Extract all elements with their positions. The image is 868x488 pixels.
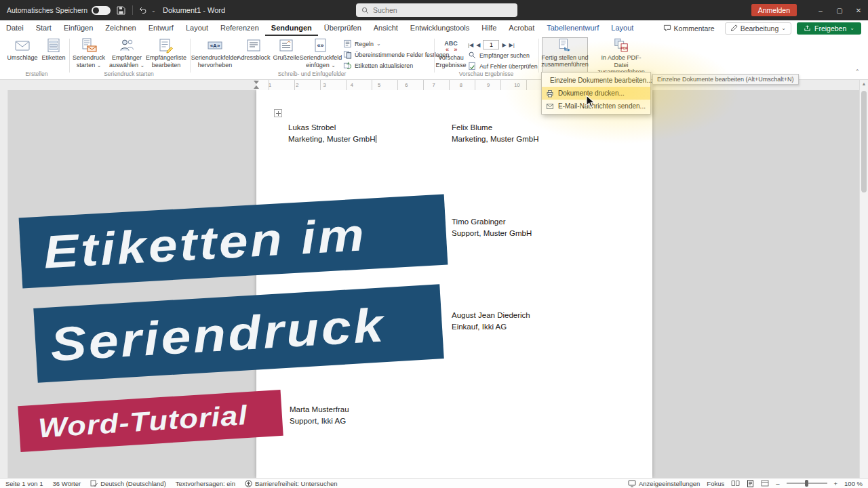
sign-in-button[interactable]: Anmelden — [751, 4, 797, 16]
table-move-handle[interactable] — [274, 109, 282, 117]
recipient-name: August Jean Diederich — [452, 310, 530, 321]
accessibility-label: Barrierefreiheit: Untersuchen — [255, 480, 337, 487]
display-settings-label: Anzeigeeinstellungen — [639, 480, 700, 487]
autosave-toggle[interactable] — [92, 6, 111, 15]
menu-item-einzelne-dokumente[interactable]: Einzelne Dokumente bearbeiten... — [542, 74, 650, 87]
tab-start[interactable]: Start — [30, 20, 58, 36]
tab-sendungen[interactable]: Sendungen — [265, 20, 318, 36]
close-button[interactable]: ✕ — [849, 0, 868, 20]
address-block-icon — [245, 37, 262, 54]
zoom-level[interactable]: 100 % — [844, 480, 863, 487]
svg-text:»: » — [454, 46, 458, 53]
print-layout-button[interactable] — [747, 480, 754, 487]
comment-icon — [663, 24, 671, 32]
etiketten-aktualisieren-button[interactable]: Etiketten aktualisieren — [343, 60, 413, 70]
empfaenger-suchen-button[interactable]: Empfänger suchen — [468, 50, 530, 60]
etiketten-label: Etiketten — [41, 54, 65, 61]
language-status[interactable]: Deutsch (Deutschland) — [90, 480, 166, 487]
document-title: Dokument1 - Word — [163, 0, 225, 20]
ruler-number: 7 — [433, 82, 435, 88]
svg-text:«A»: «A» — [210, 43, 220, 49]
maximize-button[interactable]: ▢ — [830, 0, 849, 20]
tab-acrobat[interactable]: Acrobat — [502, 20, 540, 36]
label-cell[interactable]: Marta Musterfrau Support, Ikki AG — [290, 404, 349, 427]
zoom-slider-thumb[interactable] — [805, 480, 808, 487]
first-record-button[interactable]: |◀ — [468, 42, 473, 48]
text-predictions-status[interactable]: Textvorhersagen: ein — [176, 480, 235, 487]
zoom-in-button[interactable]: + — [834, 480, 838, 487]
seriendruckfelder-hervorheben-label: Seriendruckfelder hervorheben — [191, 54, 239, 68]
read-mode-button[interactable] — [731, 480, 740, 487]
uebereinstimmende-felder-button[interactable]: Übereinstimmende Felder festlegen — [343, 49, 449, 60]
tab-referenzen[interactable]: Referenzen — [214, 20, 265, 36]
tab-hilfe[interactable]: Hilfe — [475, 20, 502, 36]
tab-tabellenentwurf[interactable]: Tabellenentwurf — [540, 20, 605, 36]
previous-record-button[interactable]: ◀ — [476, 42, 480, 48]
label-cell[interactable]: Lukas Strobel Marketing, Muster GmbH — [288, 122, 376, 145]
tab-ueberpruefen[interactable]: Überprüfen — [318, 20, 368, 36]
save-button[interactable] — [117, 0, 125, 20]
vertical-ruler[interactable] — [0, 90, 8, 478]
recipient-org-text: Marketing, Muster GmbH — [288, 135, 375, 143]
focus-mode-button[interactable]: Fokus — [707, 480, 724, 487]
indent-marker[interactable] — [254, 85, 259, 89]
accessibility-status[interactable]: Barrierefreiheit: Untersuchen — [245, 480, 337, 487]
last-record-button[interactable]: ▶| — [509, 42, 515, 48]
auf-fehler-ueberpruefen-label: Auf Fehler überprüfen — [479, 63, 538, 70]
tab-entwurf[interactable]: Entwurf — [142, 20, 180, 36]
label-cell[interactable]: August Jean Diederich Einkauf, Ikki AG — [452, 310, 530, 333]
menu-item-dokumente-drucken[interactable]: Dokumente drucken... — [542, 87, 650, 100]
zoom-out-button[interactable]: – — [776, 480, 779, 487]
document-page[interactable]: Lukas Strobel Marketing, Muster GmbH Fel… — [256, 90, 652, 478]
minimize-button[interactable]: – — [811, 0, 830, 20]
zoom-slider[interactable] — [787, 483, 827, 484]
tab-layout[interactable]: Layout — [180, 20, 214, 36]
undo-button[interactable]: ⌄ — [138, 0, 156, 20]
banner-text: Word-Tutorial — [37, 400, 249, 443]
next-record-button[interactable]: ▶ — [502, 42, 506, 48]
recipient-org: Marketing, Muster GmbH — [288, 134, 376, 145]
record-number-input[interactable] — [483, 40, 499, 49]
tab-datei[interactable]: Datei — [0, 20, 30, 36]
editing-mode-button[interactable]: Bearbeitung ⌄ — [725, 22, 791, 35]
finish-merge-icon — [556, 38, 574, 54]
update-labels-icon — [343, 61, 352, 70]
labels-icon — [45, 37, 62, 54]
empfaengerliste-bearbeiten-label: Empfängerliste bearbeiten — [146, 54, 186, 68]
banner-text: Seriendruck — [49, 298, 387, 371]
search-box[interactable] — [356, 3, 517, 17]
adobe-pdf-zusammenfuehren-button[interactable]: PDF In Adobe PDF-Datei zusammenführen — [599, 37, 643, 77]
menu-item-email-senden[interactable]: E-Mail-Nachrichten senden... — [542, 100, 650, 113]
ruler-number: 3 — [323, 82, 326, 88]
record-navigator: |◀ ◀ ▶ ▶| — [468, 40, 515, 49]
tab-zeichnen[interactable]: Zeichnen — [99, 20, 142, 36]
scrollbar-thumb[interactable] — [861, 91, 867, 192]
fertig-stellen-zusammenfuehren-button[interactable]: Fertig stellen und zusammenführen ⌄ — [542, 37, 588, 77]
tab-einfuegen[interactable]: Einfügen — [58, 20, 99, 36]
tab-tabellen-layout[interactable]: Layout — [605, 20, 639, 36]
auf-fehler-ueberpruefen-button[interactable]: Auf Fehler überprüfen — [468, 61, 538, 71]
display-settings-button[interactable]: Anzeigeeinstellungen — [628, 480, 700, 487]
word-count[interactable]: 36 Wörter — [52, 480, 81, 487]
match-fields-icon — [343, 50, 352, 59]
svg-text:PDF: PDF — [621, 46, 628, 50]
search-input[interactable] — [373, 6, 495, 14]
share-button[interactable]: Freigeben ⌄ — [797, 22, 861, 35]
comments-button[interactable]: Kommentare — [658, 23, 719, 34]
label-cell[interactable]: Felix Blume Marketing, Muster GmbH — [452, 122, 538, 145]
label-cell[interactable]: Timo Grabinger Support, Muster GmbH — [452, 216, 532, 239]
tab-ansicht[interactable]: Ansicht — [368, 20, 404, 36]
web-layout-button[interactable] — [761, 480, 769, 487]
indent-marker[interactable] — [254, 81, 259, 84]
tab-entwicklungstools[interactable]: Entwicklungstools — [404, 20, 475, 36]
page-count[interactable]: Seite 1 von 1 — [5, 480, 43, 487]
vertical-scrollbar[interactable]: ▲ — [859, 80, 868, 478]
ruler-number: 6 — [405, 82, 408, 88]
regeln-button[interactable]: Regeln ⌄ — [343, 39, 381, 49]
edit-recipient-list-icon — [158, 37, 174, 54]
start-mail-merge-icon — [81, 37, 98, 54]
scroll-up-icon[interactable]: ▲ — [860, 81, 868, 86]
collapse-ribbon-icon[interactable]: ⌃ — [854, 68, 860, 75]
print-layout-icon — [747, 480, 754, 487]
envelope-icon — [14, 37, 31, 54]
